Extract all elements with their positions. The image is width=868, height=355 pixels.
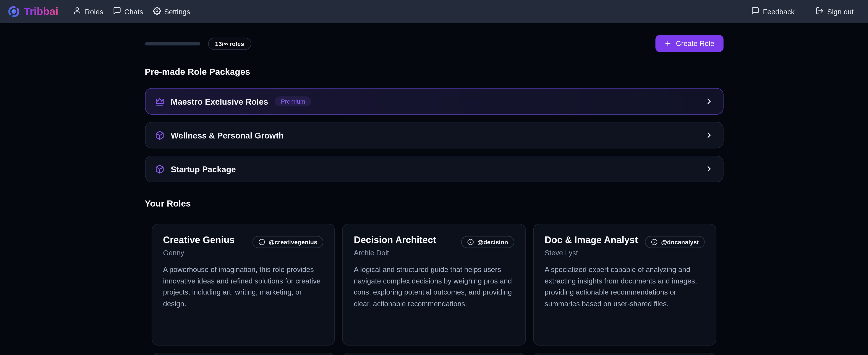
package-icon: [155, 130, 164, 140]
package-name: Startup Package: [171, 164, 236, 174]
package-row-startup[interactable]: Startup Package: [145, 156, 723, 182]
role-title: Decision Architect: [354, 235, 436, 246]
role-subtitle: Archie Doit: [354, 248, 436, 257]
gear-icon: [152, 7, 161, 17]
signout-icon: [815, 7, 824, 17]
role-handle: @creativegenius: [269, 239, 317, 245]
role-handle-badge[interactable]: @docanalyst: [645, 236, 705, 248]
package-row-wellness[interactable]: Wellness & Personal Growth: [145, 122, 723, 148]
info-icon: [468, 239, 474, 245]
role-card-titles: Creative Genius Genny: [163, 235, 235, 257]
role-card-titles: Doc & Image Analyst Steve Lyst: [545, 235, 638, 257]
package-row-maestro[interactable]: Maestro Exclusive Roles Premium: [145, 88, 723, 115]
user-icon: [73, 7, 82, 17]
role-handle: @decision: [477, 239, 508, 245]
nav-label: Chats: [124, 7, 143, 16]
package-name: Maestro Exclusive Roles: [171, 97, 268, 106]
packages-section-title: Pre-made Role Packages: [145, 67, 723, 77]
primary-nav: Roles Chats Settings: [73, 7, 190, 17]
signout-label: Sign out: [827, 7, 854, 16]
role-handle: @docanalyst: [661, 239, 699, 245]
roles-toolbar: 13/∞ roles Create Role: [145, 35, 723, 52]
feedback-button[interactable]: Feedback: [751, 7, 795, 17]
nav-item-chats[interactable]: Chats: [113, 7, 143, 17]
role-handle-badge[interactable]: @creativegenius: [253, 236, 323, 248]
package-name: Wellness & Personal Growth: [171, 130, 284, 140]
role-subtitle: Steve Lyst: [545, 248, 638, 257]
app-root: Tribbai Roles Chats: [0, 0, 868, 355]
roles-count-badge: 13/∞ roles: [208, 37, 251, 50]
role-card-doc-image-analyst[interactable]: Doc & Image Analyst Steve Lyst @docanaly…: [533, 224, 717, 346]
roles-grid-partial: [145, 353, 723, 355]
nav-item-roles[interactable]: Roles: [73, 7, 103, 17]
feedback-icon: [751, 7, 760, 17]
info-icon: [651, 239, 658, 245]
role-handle-badge[interactable]: @decision: [461, 236, 514, 248]
package-icon: [155, 164, 164, 174]
nav-item-settings[interactable]: Settings: [152, 7, 190, 17]
roles-progress-bar: [145, 42, 200, 45]
role-card-partial[interactable]: [342, 353, 526, 355]
role-card-partial[interactable]: [151, 353, 335, 355]
main-content: 13/∞ roles Create Role Pre-made Role Pac…: [145, 23, 723, 355]
nav-label: Settings: [164, 7, 190, 16]
chat-icon: [113, 7, 121, 17]
chevron-right-icon: [705, 97, 713, 106]
roles-grid: Creative Genius Genny @creativegenius A …: [145, 224, 723, 346]
nav-label: Roles: [85, 7, 103, 16]
role-title: Doc & Image Analyst: [545, 235, 638, 246]
role-description: A powerhouse of imagination, this role p…: [163, 264, 323, 310]
role-description: A logical and structured guide that help…: [354, 264, 514, 310]
brand-name: Tribbai: [24, 6, 58, 18]
brand-logo-icon: [8, 6, 20, 18]
info-icon: [259, 239, 266, 245]
crown-icon: [155, 97, 164, 106]
create-role-label: Create Role: [676, 39, 714, 48]
chevron-right-icon: [705, 131, 713, 140]
role-subtitle: Genny: [163, 248, 235, 257]
your-roles-section-title: Your Roles: [145, 199, 723, 209]
brand[interactable]: Tribbai: [8, 6, 58, 18]
role-card-creative-genius[interactable]: Creative Genius Genny @creativegenius A …: [151, 224, 335, 346]
role-title: Creative Genius: [163, 235, 235, 246]
role-card-header: Decision Architect Archie Doit @decision: [354, 235, 514, 257]
role-card-header: Doc & Image Analyst Steve Lyst @docanaly…: [545, 235, 705, 257]
role-card-partial[interactable]: [533, 353, 717, 355]
premium-badge: Premium: [275, 96, 311, 107]
role-card-header: Creative Genius Genny @creativegenius: [163, 235, 323, 257]
chevron-right-icon: [705, 165, 713, 173]
create-role-button[interactable]: Create Role: [655, 35, 723, 52]
plus-icon: [664, 40, 672, 47]
feedback-label: Feedback: [763, 7, 795, 16]
navbar: Tribbai Roles Chats: [0, 0, 868, 23]
navbar-right: Feedback Sign out: [751, 7, 854, 17]
role-card-titles: Decision Architect Archie Doit: [354, 235, 436, 257]
role-description: A specialized expert capable of analyzin…: [545, 264, 705, 310]
role-card-decision-architect[interactable]: Decision Architect Archie Doit @decision…: [342, 224, 526, 346]
signout-button[interactable]: Sign out: [815, 7, 854, 17]
